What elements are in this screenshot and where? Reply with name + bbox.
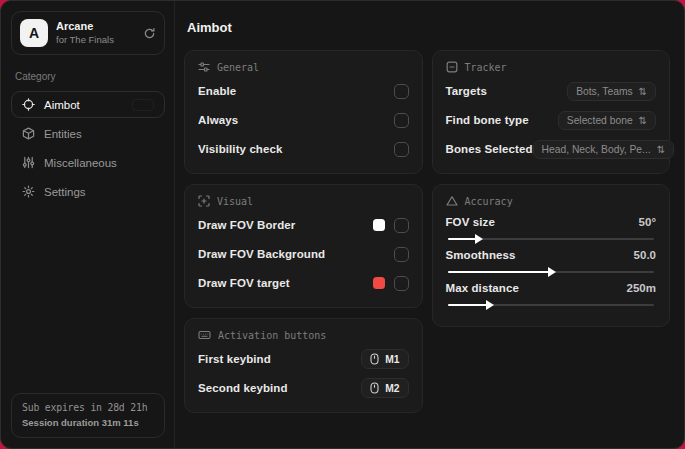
fov-size-slider-thumb[interactable] [475,234,483,244]
triangle-icon [446,195,458,207]
fov-size-value: 50° [639,216,656,228]
bones-selected-label: Bones Selected [446,143,533,155]
smoothness-value: 50.0 [634,249,656,261]
fov-border-color-swatch[interactable] [373,219,385,231]
mouse-icon [370,353,379,365]
max-distance-value: 250m [627,282,656,294]
bones-selected-value: Head, Neck, Body, Pe... [542,144,651,155]
bones-selected-row: Bones Selected Head, Neck, Body, Pe... ⇅ [446,138,657,160]
first-keybind-button[interactable]: M1 [361,349,408,369]
main-content: Aimbot General [175,1,684,448]
draw-fov-background-label: Draw FOV Background [198,248,394,260]
first-keybind-value: M1 [385,354,399,365]
subscription-expiry: Sub expires in 28d 21h [22,402,154,413]
visibility-check-label: Visibility check [198,143,394,155]
draw-fov-target-checkbox[interactable] [394,276,409,291]
mouse-icon [370,382,379,394]
sidebar-item-label: Miscellaneous [44,157,117,169]
sidebar-item-label: Entities [44,128,82,140]
fov-size-row: FOV size 50° [446,216,657,228]
find-bone-type-label: Find bone type [446,114,558,126]
sidebar: A Arcane for The Finals Category [1,1,175,448]
sidebar-item-aimbot[interactable]: Aimbot [11,91,165,118]
second-keybind-row: Second keybind M2 [198,377,409,399]
bones-selected-dropdown[interactable]: Head, Neck, Body, Pe... ⇅ [533,140,675,159]
second-keybind-button[interactable]: M2 [361,378,408,398]
draw-fov-background-row: Draw FOV Background [198,243,409,265]
enable-row: Enable [198,80,409,102]
first-keybind-label: First keybind [198,353,361,365]
targets-value: Bots, Teams [576,86,632,97]
always-label: Always [198,114,394,126]
subscription-box: Sub expires in 28d 21h Session duration … [11,393,165,438]
gear-icon [22,185,35,198]
accuracy-card: Accuracy FOV size 50° Smoothness 50.0 [432,184,671,327]
app-window: A Arcane for The Finals Category [0,0,685,449]
draw-fov-border-row: Draw FOV Border [198,214,409,236]
sidebar-item-settings[interactable]: Settings [11,178,165,205]
second-keybind-value: M2 [385,383,399,394]
visibility-check-row: Visibility check [198,138,409,160]
smoothness-row: Smoothness 50.0 [446,249,657,261]
max-distance-row: Max distance 250m [446,282,657,294]
max-distance-slider[interactable] [448,304,655,306]
updown-icon: ⇅ [657,144,665,155]
aimbot-item-hint [132,99,154,111]
enable-label: Enable [198,85,394,97]
smoothness-slider[interactable] [448,271,655,273]
activation-card: Activation buttons First keybind M1 [184,318,423,413]
find-bone-type-dropdown[interactable]: Selected bone ⇅ [558,111,656,130]
crosshair-icon [22,98,35,111]
draw-fov-background-checkbox[interactable] [394,247,409,262]
enable-checkbox[interactable] [394,84,409,99]
session-duration: Session duration 31m 11s [22,417,154,428]
brand-box: A Arcane for The Finals [11,11,165,55]
tracker-title: Tracker [465,62,507,73]
max-distance-slider-thumb[interactable] [486,300,494,310]
max-distance-label: Max distance [446,282,627,294]
focus-plus-icon [198,195,210,207]
keyboard-icon [198,329,211,341]
visual-card: Visual Draw FOV Border Draw FOV Backgrou… [184,184,423,308]
fov-size-slider[interactable] [448,238,655,240]
smoothness-slider-thumb[interactable] [548,267,556,277]
updown-icon: ⇅ [639,86,647,97]
targets-dropdown[interactable]: Bots, Teams ⇅ [567,82,656,101]
draw-fov-border-label: Draw FOV Border [198,219,373,231]
smoothness-slider-fill [448,271,549,273]
draw-fov-target-label: Draw FOV target [198,277,373,289]
find-bone-type-value: Selected bone [567,115,633,126]
first-keybind-row: First keybind M1 [198,348,409,370]
fov-target-color-swatch[interactable] [373,277,385,289]
find-bone-type-row: Find bone type Selected bone ⇅ [446,109,657,131]
page-title: Aimbot [187,20,670,35]
sync-icon[interactable] [143,27,156,40]
sidebar-item-label: Aimbot [44,99,80,111]
square-minus-icon [446,61,458,73]
smoothness-label: Smoothness [446,249,634,261]
updown-icon: ⇅ [639,115,647,126]
general-sliders-icon [198,61,210,73]
cube-icon [22,127,35,140]
brand-logo: A [20,19,48,47]
fov-size-label: FOV size [446,216,639,228]
visibility-check-checkbox[interactable] [394,142,409,157]
general-card: General Enable Always Visibility check [184,50,423,174]
visual-title: Visual [217,196,253,207]
brand-subtitle: for The Finals [56,34,114,46]
draw-fov-border-checkbox[interactable] [394,218,409,233]
brand-name: Arcane [56,20,114,34]
max-distance-slider-fill [448,304,487,306]
desktop-backdrop: A Arcane for The Finals Category [0,0,685,449]
fov-size-slider-fill [448,238,477,240]
tracker-card: Tracker Targets Bots, Teams ⇅ Find bone … [432,50,671,174]
sidebar-item-entities[interactable]: Entities [11,120,165,147]
general-title: General [217,62,259,73]
second-keybind-label: Second keybind [198,382,361,394]
activation-title: Activation buttons [218,330,326,341]
always-row: Always [198,109,409,131]
targets-label: Targets [446,85,568,97]
targets-row: Targets Bots, Teams ⇅ [446,80,657,102]
sidebar-item-miscellaneous[interactable]: Miscellaneous [11,149,165,176]
always-checkbox[interactable] [394,113,409,128]
